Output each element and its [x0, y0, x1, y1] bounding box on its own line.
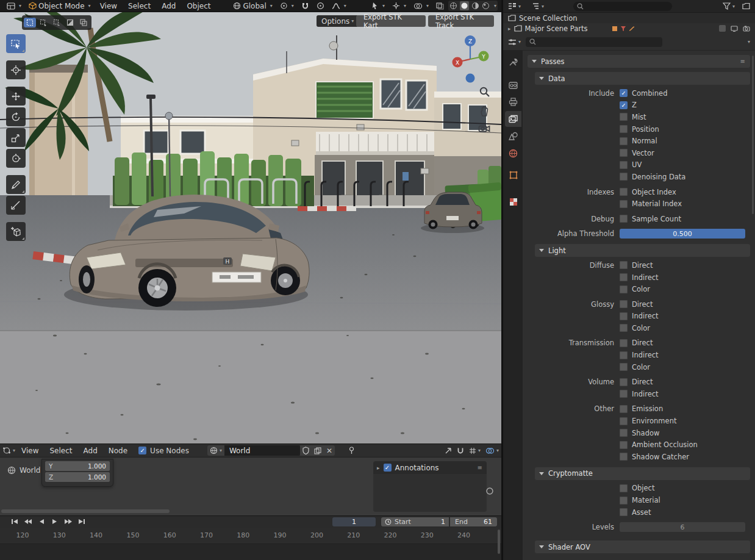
tool-move-button[interactable] — [6, 87, 26, 106]
tool-scale-button[interactable] — [6, 128, 26, 147]
navigation-gizmo[interactable]: Z X Y — [447, 34, 493, 88]
shading-rendered-button[interactable] — [482, 2, 490, 10]
color-checkbox[interactable] — [620, 363, 628, 371]
node-menu-select[interactable]: Select — [45, 446, 77, 456]
disable-render-icon[interactable] — [743, 26, 750, 32]
annotations-checkbox[interactable]: ✓ — [384, 464, 392, 472]
tab-object[interactable] — [505, 167, 521, 183]
material-index-checkbox[interactable] — [620, 200, 628, 208]
use-nodes-checkbox[interactable]: ✓ — [138, 447, 146, 454]
environment-checkbox[interactable] — [620, 417, 628, 425]
panel-menu-icon[interactable]: ≡ — [740, 58, 746, 65]
panel-header-cryptomatte[interactable]: Cryptomatte — [535, 467, 750, 480]
world-browse-button[interactable]: ▾ — [207, 445, 224, 456]
gizmo-minus-z-axis[interactable] — [466, 74, 475, 83]
snapping-magnet-button[interactable] — [457, 447, 464, 454]
view-object-types-dropdown[interactable]: ▾ — [368, 1, 388, 10]
orientation-selector[interactable]: Global ▾ — [230, 1, 275, 11]
shadow-checkbox[interactable] — [620, 429, 628, 437]
editor-type-button[interactable]: ▾ — [4, 2, 24, 10]
tool-cursor-button[interactable] — [6, 60, 26, 79]
camera-view-icon[interactable] — [478, 124, 490, 135]
shading-material-button[interactable] — [471, 2, 479, 10]
direct-checkbox[interactable] — [620, 339, 628, 347]
snap-mode-dropdown[interactable]: ▾ — [469, 447, 481, 454]
direct-checkbox[interactable] — [620, 261, 628, 269]
panel-header-shader-aov[interactable]: Shader AOV — [535, 540, 750, 553]
frame-end-field[interactable]: End 61 — [450, 517, 497, 526]
jump-to-end-button[interactable] — [76, 517, 87, 526]
viewport-scene[interactable]: H — [0, 12, 501, 443]
shader-node-editor[interactable]: ▾ View Select Add Node ✓ Use Nodes ▾ Wor… — [0, 443, 501, 516]
pan-hand-icon[interactable] — [479, 106, 490, 118]
tab-output[interactable] — [505, 94, 521, 110]
position-checkbox[interactable] — [620, 125, 628, 133]
timeline[interactable]: 1 Start 1 End 61 12013014015016017018019… — [0, 515, 501, 560]
denoising-data-checkbox[interactable] — [620, 173, 628, 181]
annotations-header[interactable]: ▸ ✓ Annotations ≡ — [373, 461, 487, 474]
outliner-filter-dropdown[interactable]: ▾ — [723, 2, 735, 10]
xray-toggle[interactable] — [433, 2, 447, 10]
tool-transform-button[interactable] — [6, 149, 26, 168]
tool-annotate-button[interactable] — [6, 175, 26, 194]
zoom-icon[interactable] — [479, 87, 490, 99]
tab-texture[interactable] — [505, 194, 521, 210]
direct-checkbox[interactable] — [620, 300, 628, 308]
ambient-occlusion-checkbox[interactable] — [620, 441, 628, 449]
unlink-data-button[interactable]: ✕ — [324, 445, 335, 456]
timeline-vscrollbar[interactable] — [498, 529, 500, 554]
proportional-falloff-dropdown[interactable]: ▾ — [329, 2, 349, 10]
tool-select-box-button[interactable] — [6, 34, 26, 53]
fake-user-button[interactable] — [300, 445, 312, 456]
alpha-threshold-slider[interactable]: 0.500 — [620, 229, 745, 239]
tool-measure-button[interactable] — [6, 196, 26, 215]
uv-checkbox[interactable] — [620, 161, 628, 169]
tab-view-layer[interactable] — [505, 111, 521, 127]
snap-target-button[interactable]: ▾ — [277, 1, 297, 10]
properties-options-dropdown[interactable]: ▾ — [748, 39, 750, 45]
color-checkbox[interactable] — [620, 285, 628, 293]
direct-checkbox[interactable] — [620, 378, 628, 386]
prev-keyframe-button[interactable] — [22, 517, 34, 526]
world-name-field[interactable]: World — [224, 445, 300, 456]
node-editor-hscrollbar[interactable] — [1, 509, 170, 513]
vector-z-field[interactable]: Z 1.000 — [45, 472, 110, 482]
menu-add[interactable]: Add — [157, 1, 181, 11]
disclosure-triangle[interactable]: ▸ — [377, 465, 380, 471]
play-button[interactable] — [49, 517, 60, 526]
proportional-editing-toggle[interactable] — [313, 1, 327, 10]
select-mode-new-button[interactable] — [24, 18, 36, 27]
normal-checkbox[interactable] — [620, 137, 628, 145]
mist-checkbox[interactable] — [620, 113, 628, 121]
export-stk-kart-button[interactable]: Export STK Kart — [356, 15, 426, 27]
node-menu-view[interactable]: View — [16, 446, 43, 456]
select-mode-extend-button[interactable] — [37, 18, 49, 27]
play-reverse-button[interactable] — [35, 517, 47, 526]
disclosure-triangle[interactable]: ▸ — [508, 26, 511, 32]
emission-checkbox[interactable] — [620, 405, 628, 413]
panel-header-light[interactable]: Light — [535, 244, 750, 257]
new-collection-button[interactable] — [742, 2, 750, 10]
annotations-list[interactable] — [373, 474, 487, 512]
properties-vscrollbar[interactable] — [752, 56, 754, 214]
shading-dropdown[interactable]: ▾ — [494, 3, 496, 9]
mode-selector[interactable]: Object Mode ▾ — [26, 1, 94, 11]
next-keyframe-button[interactable] — [62, 517, 74, 526]
indirect-checkbox[interactable] — [620, 273, 628, 281]
tab-scene[interactable] — [505, 128, 521, 144]
node-editor-type-button[interactable]: ▾ — [2, 447, 15, 454]
vector-y-field[interactable]: Y 1.000 — [45, 461, 110, 471]
material-checkbox[interactable] — [620, 497, 628, 504]
shading-wireframe-button[interactable] — [449, 2, 457, 10]
outliner-search-input[interactable] — [573, 2, 672, 11]
viewport-3d[interactable]: H — [0, 12, 501, 443]
panel-header-passes[interactable]: Passes ≡ — [528, 55, 750, 68]
node-overlays-dropdown[interactable]: ▾ — [485, 447, 499, 454]
object-checkbox[interactable] — [620, 484, 628, 492]
timeline-ruler[interactable]: 120130140150160170180190200210220230240 — [0, 528, 501, 544]
outliner-editor-type-button[interactable]: ▾ — [508, 2, 521, 10]
shadow-catcher-checkbox[interactable] — [620, 453, 628, 461]
node-menu-node[interactable]: Node — [104, 446, 132, 456]
menu-object[interactable]: Object — [182, 1, 215, 11]
tab-tool[interactable] — [505, 54, 521, 70]
